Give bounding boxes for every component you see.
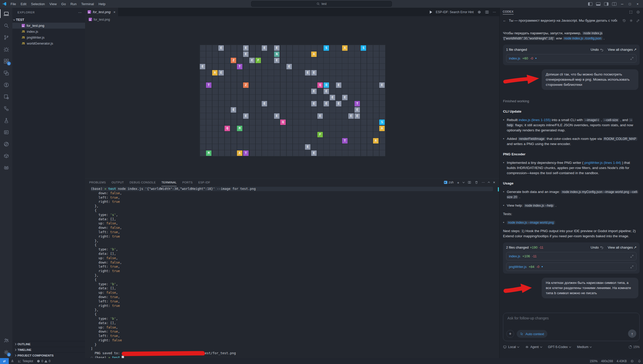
open-diff-icon[interactable]: [630, 57, 634, 60]
window-maximize-button[interactable]: □: [626, 0, 633, 8]
back-icon[interactable]: ←: [503, 19, 506, 22]
remote-explorer-icon[interactable]: [0, 67, 12, 79]
accounts-icon[interactable]: [0, 334, 12, 346]
section-outline[interactable]: OUTLINE: [12, 341, 85, 347]
new-terminal-icon[interactable]: +: [457, 180, 459, 185]
mode-selector[interactable]: Agent: [525, 345, 542, 349]
explorer-more-icon[interactable]: ⋯: [78, 10, 82, 14]
play-status-item[interactable]: [629, 358, 636, 364]
inline-link[interactable]: node index.js ./config.json: [563, 37, 603, 40]
inline-link[interactable]: index.js (lines 1-155): [519, 118, 551, 122]
new-chat-icon[interactable]: [636, 19, 640, 22]
output-list-icon[interactable]: [0, 126, 12, 138]
menu-file[interactable]: File: [8, 0, 18, 8]
tab-output[interactable]: OUTPUT: [112, 179, 124, 186]
command-center-search[interactable]: test: [251, 1, 392, 7]
teleplot-item[interactable]: Teleplot: [16, 358, 35, 364]
tab-close-icon[interactable]: ×: [113, 10, 116, 14]
split-editor-icon[interactable]: [485, 10, 489, 14]
customize-layout-icon[interactable]: [612, 2, 616, 6]
source-control-icon[interactable]: [0, 31, 12, 43]
inline-link[interactable]: node index.js --image world.png: [507, 221, 555, 224]
menu-edit[interactable]: Edit: [18, 0, 29, 8]
inline-link[interactable]: pngWriter.js (lines 1-84): [584, 161, 621, 165]
editor-more-icon[interactable]: ⋯: [493, 10, 496, 14]
model-selector[interactable]: GPT-5-Codex: [548, 345, 571, 349]
tab-for-test-png[interactable]: for_test.png ×: [85, 8, 118, 16]
open-diff-icon[interactable]: [630, 265, 634, 269]
window-close-button[interactable]: ×: [634, 0, 641, 8]
chat-input-box[interactable]: Ask for follow-up changes + Auto context…: [503, 313, 640, 341]
split-terminal-icon[interactable]: [468, 181, 471, 184]
shell-selector[interactable]: zsh: [444, 181, 454, 184]
zoom-level[interactable]: 150%: [588, 358, 599, 364]
window-minimize-button[interactable]: ─: [619, 0, 625, 8]
view-all-changes-button[interactable]: View all changes ↗: [608, 245, 637, 250]
codex-panel-title[interactable]: CODEX: [503, 10, 514, 14]
extensions-icon[interactable]: 1: [0, 55, 12, 67]
file-index-js[interactable]: JS index.js: [12, 29, 85, 35]
tab-ports[interactable]: PORTS: [182, 179, 193, 186]
view-all-changes-button[interactable]: View all changes ↗: [608, 47, 637, 52]
dev-container-icon[interactable]: [0, 91, 12, 103]
tree-root-test[interactable]: TEST: [12, 17, 85, 23]
open-diff-icon[interactable]: [630, 255, 634, 258]
breadcrumb[interactable]: for_test.png: [85, 16, 499, 23]
menu-go[interactable]: Go: [59, 0, 68, 8]
auto-context-pill[interactable]: Auto context: [517, 330, 547, 338]
send-button[interactable]: ↑: [628, 329, 636, 338]
changed-file-row[interactable]: index.js +60 -0 ●: [506, 54, 637, 63]
godot-icon[interactable]: [0, 162, 12, 174]
undo-button[interactable]: Undo: [591, 47, 604, 52]
testing-flask-icon[interactable]: [0, 114, 12, 126]
project-flow-icon[interactable]: [0, 103, 12, 114]
explorer-icon[interactable]: [0, 8, 12, 20]
esp-idf-task-label[interactable]: ESP-IDF: Search Error Hint: [436, 10, 474, 14]
problems-item[interactable]: 0 0: [35, 358, 52, 364]
tab-terminal[interactable]: TERMINAL: [161, 179, 177, 186]
changed-file-row[interactable]: pngWriter.js +84 -0 ●: [506, 263, 637, 271]
notifications-item[interactable]: [636, 358, 643, 364]
run-task-icon[interactable]: [430, 11, 432, 14]
menu-selection[interactable]: Selection: [29, 0, 47, 8]
run-debug-icon[interactable]: [0, 43, 12, 55]
gear-icon[interactable]: [629, 19, 633, 22]
menu-terminal[interactable]: Terminal: [79, 0, 96, 8]
file-pngwriter-js[interactable]: JS pngWriter.js: [12, 35, 85, 40]
openai-codex-icon[interactable]: [477, 10, 481, 14]
panel-more-icon[interactable]: ⋯: [482, 181, 485, 184]
tab-esp-idf[interactable]: ESP-IDF: [198, 179, 210, 186]
rocket-launch-item[interactable]: [9, 358, 16, 364]
tab-debug-console[interactable]: DEBUG CONSOLE: [130, 179, 156, 186]
live-share-icon[interactable]: [0, 79, 12, 91]
maximize-panel-icon[interactable]: [488, 182, 490, 184]
toggle-secondary-sidebar-icon[interactable]: [604, 2, 608, 6]
kill-terminal-icon[interactable]: [475, 181, 478, 184]
search-icon[interactable]: [0, 20, 12, 31]
remote-indicator[interactable]: ⇄: [0, 358, 9, 364]
undo-button[interactable]: Undo: [591, 245, 604, 250]
toggle-panel-icon[interactable]: [596, 2, 600, 6]
history-icon[interactable]: [622, 19, 626, 22]
terminal-output[interactable]: (base) » test node index.js '{"worldWidt…: [85, 186, 499, 358]
changed-file-row[interactable]: index.js +106 -11: [506, 252, 637, 260]
chat-title[interactable]: Ты — программист видеоигр на Javascript.…: [509, 19, 617, 22]
terminal-dropdown-icon[interactable]: [463, 181, 465, 183]
effort-selector[interactable]: Medium: [577, 345, 591, 349]
file-for-test-png[interactable]: for_test.png: [12, 23, 85, 29]
docker-icon[interactable]: [0, 150, 12, 162]
expand-panel-icon[interactable]: [629, 10, 633, 14]
toggle-sidebar-icon[interactable]: [588, 2, 592, 6]
file-worldgenerator-js[interactable]: JS worldGenerator.js: [12, 40, 85, 46]
tab-problems[interactable]: PROBLEMS: [89, 179, 106, 186]
section-project-components[interactable]: PROJECT COMPONENTS: [12, 352, 85, 358]
menu-help[interactable]: Help: [96, 0, 108, 8]
platformio-icon[interactable]: [0, 138, 12, 150]
environment-selector[interactable]: Local: [503, 345, 519, 349]
close-panel-icon[interactable]: ×: [493, 180, 495, 184]
menu-view[interactable]: View: [47, 0, 59, 8]
attach-button[interactable]: +: [506, 330, 514, 338]
close-panel-icon[interactable]: [636, 10, 640, 14]
menu-run[interactable]: Run: [68, 0, 79, 8]
settings-gear-icon[interactable]: 1: [0, 346, 12, 358]
